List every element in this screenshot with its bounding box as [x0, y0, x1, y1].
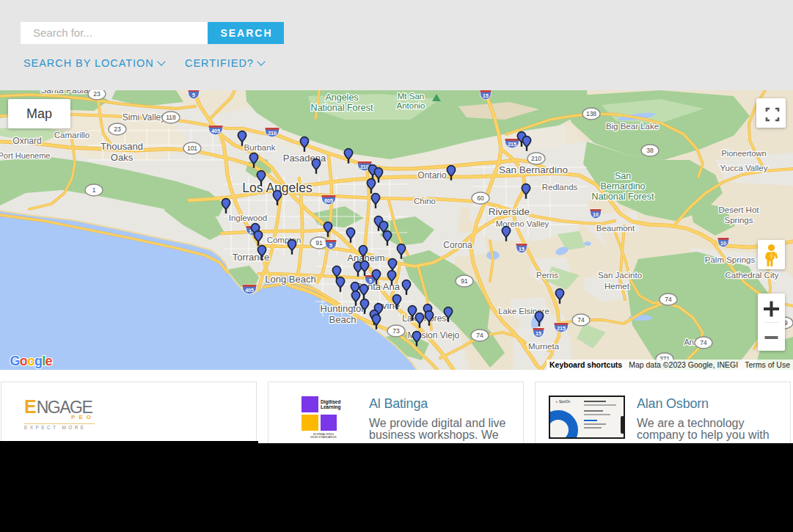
svg-text:60: 60: [477, 194, 484, 202]
svg-text:Mt San: Mt San: [398, 92, 424, 101]
svg-text:118: 118: [166, 114, 176, 121]
svg-text:15: 15: [519, 247, 525, 252]
svg-text:74: 74: [476, 332, 483, 339]
svg-text:Springs: Springs: [725, 216, 753, 225]
svg-text:Santa Paula: Santa Paula: [40, 90, 89, 95]
svg-text:Big Bear Lake: Big Bear Lake: [606, 122, 659, 131]
svg-text:Port Hueneme: Port Hueneme: [0, 151, 50, 160]
svg-text:Desert Hot: Desert Hot: [719, 205, 760, 214]
svg-text:Perris: Perris: [536, 271, 558, 280]
svg-text:Bernardino: Bernardino: [600, 181, 645, 192]
svg-text:Palm Springs: Palm Springs: [705, 255, 756, 264]
svg-text:National Forest: National Forest: [592, 192, 654, 202]
svg-text:Camarillo: Camarillo: [54, 131, 90, 139]
svg-text:210: 210: [268, 131, 277, 136]
svg-text:Oxnard: Oxnard: [12, 136, 41, 146]
svg-text:15: 15: [483, 93, 489, 98]
svg-text:Oaks: Oaks: [111, 152, 134, 163]
svg-text:38: 38: [646, 147, 654, 154]
svg-text:74: 74: [665, 296, 672, 303]
svg-text:10: 10: [593, 212, 599, 217]
svg-text:Pioneertown: Pioneertown: [721, 149, 766, 158]
svg-text:Corona: Corona: [443, 240, 472, 250]
svg-text:210: 210: [531, 155, 541, 162]
svg-text:Chino: Chino: [414, 197, 436, 205]
svg-text:Antonio: Antonio: [396, 101, 425, 110]
svg-text:1: 1: [92, 186, 96, 194]
svg-text:Huntington: Huntington: [321, 303, 367, 314]
svg-text:San Jacinto: San Jacinto: [598, 271, 642, 280]
svg-text:Riverside: Riverside: [489, 206, 530, 217]
svg-text:15: 15: [536, 331, 541, 336]
svg-text:10: 10: [720, 241, 726, 246]
svg-text:101: 101: [187, 145, 197, 152]
svg-text:23: 23: [114, 125, 121, 133]
svg-text:405: 405: [211, 128, 220, 134]
svg-text:Redlands: Redlands: [542, 183, 578, 192]
svg-text:Thousand: Thousand: [101, 141, 143, 152]
svg-text:91: 91: [315, 239, 323, 247]
svg-text:5: 5: [192, 92, 195, 98]
svg-text:Murrieta: Murrieta: [528, 342, 560, 351]
svg-text:Long Beach: Long Beach: [265, 274, 315, 285]
svg-text:Simi Valley: Simi Valley: [123, 112, 165, 123]
svg-text:138: 138: [586, 110, 596, 117]
svg-text:5: 5: [329, 243, 332, 248]
svg-text:23: 23: [93, 90, 101, 98]
svg-text:Beach: Beach: [329, 314, 357, 325]
svg-text:73: 73: [392, 327, 400, 335]
svg-text:Beaumont: Beaumont: [596, 224, 635, 233]
svg-text:Ontario: Ontario: [417, 170, 447, 181]
svg-text:Yucca Valley: Yucca Valley: [720, 164, 768, 172]
svg-text:91: 91: [461, 277, 468, 285]
svg-text:National Forest: National Forest: [311, 103, 373, 113]
svg-text:San: San: [615, 171, 631, 181]
svg-text:215: 215: [557, 326, 566, 331]
svg-text:Hemet: Hemet: [604, 282, 630, 291]
svg-text:Angeles: Angeles: [325, 92, 358, 103]
svg-text:74: 74: [577, 316, 585, 324]
svg-text:Burbank: Burbank: [244, 143, 276, 152]
svg-text:74: 74: [700, 339, 707, 346]
svg-text:210: 210: [360, 164, 369, 170]
svg-text:405: 405: [245, 288, 254, 293]
svg-text:Inglewood: Inglewood: [229, 214, 267, 222]
svg-text:Cathedral City: Cathedral City: [726, 271, 779, 280]
svg-text:605: 605: [324, 198, 333, 203]
svg-text:215: 215: [508, 142, 516, 147]
svg-text:San Bernardino: San Bernardino: [499, 164, 568, 175]
svg-text:Google: Google: [10, 354, 53, 368]
svg-text:5: 5: [369, 278, 372, 283]
